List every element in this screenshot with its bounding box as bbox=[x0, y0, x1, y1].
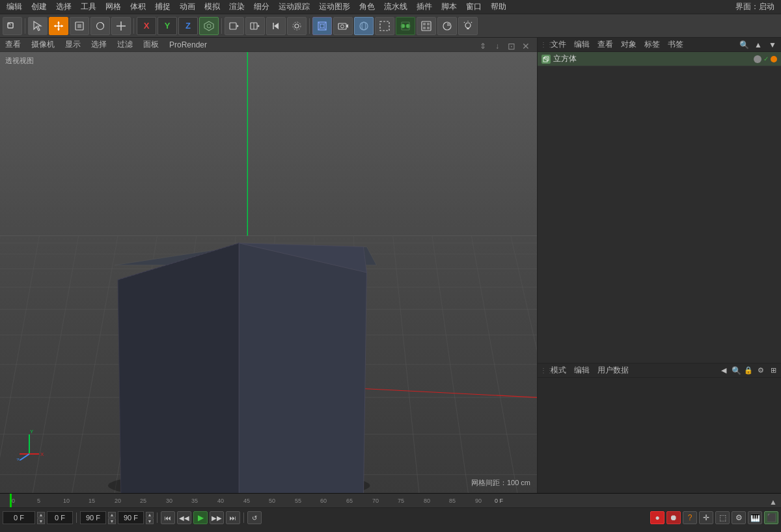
rotate-tool-btn[interactable] bbox=[90, 17, 110, 35]
anim-record-btn[interactable] bbox=[225, 17, 244, 35]
vp-prorender-menu[interactable]: ProRender bbox=[167, 39, 210, 51]
dope-sheet-btn[interactable]: ⬛ bbox=[764, 511, 778, 524]
prop-userdata-tab[interactable]: 用户数据 bbox=[595, 364, 631, 377]
prop-mode-tab[interactable]: 模式 bbox=[548, 364, 569, 377]
scale-tool-btn[interactable] bbox=[70, 17, 89, 35]
viewport-filter-btn[interactable] bbox=[396, 17, 415, 35]
menu-anim[interactable]: 动画 bbox=[176, 0, 199, 14]
select-tool-btn[interactable] bbox=[28, 17, 48, 35]
step-back-btn[interactable]: ◀◀ bbox=[177, 511, 191, 524]
obj-menu-file[interactable]: 文件 bbox=[548, 38, 569, 51]
viewport-shading-btn[interactable] bbox=[417, 17, 436, 35]
vp-panel-menu[interactable]: 面板 bbox=[141, 38, 161, 51]
obj-menu-bookmark[interactable]: 书签 bbox=[665, 38, 686, 51]
start-frame-field[interactable]: 0 F bbox=[47, 511, 73, 524]
x-axis-btn[interactable]: X bbox=[137, 17, 156, 35]
step-forward-btn[interactable]: ▶▶ bbox=[210, 511, 224, 524]
menu-select[interactable]: 选择 bbox=[52, 0, 75, 14]
timeline-ruler[interactable]: 0 5 10 15 20 25 30 35 40 45 50 55 60 65 … bbox=[0, 494, 781, 508]
add-keyframe-btn[interactable]: ✛ bbox=[699, 511, 713, 524]
end-frame-up-btn[interactable]: ▲ bbox=[108, 512, 116, 518]
perspective-view-btn[interactable] bbox=[312, 17, 332, 35]
prop-edit-tab[interactable]: 编辑 bbox=[571, 364, 592, 377]
menu-motion-graphics[interactable]: 运动图形 bbox=[315, 0, 354, 14]
menu-tools[interactable]: 工具 bbox=[77, 0, 100, 14]
menu-motion-tracking[interactable]: 运动跟踪 bbox=[275, 0, 314, 14]
motion-path-btn[interactable]: ? bbox=[683, 511, 697, 524]
loop-btn[interactable]: ↺ bbox=[247, 511, 262, 524]
menu-plugins[interactable]: 插件 bbox=[413, 0, 436, 14]
menu-subdivide[interactable]: 细分 bbox=[250, 0, 273, 14]
go-to-end-btn[interactable]: ⏭ bbox=[226, 511, 240, 524]
piano-roll-btn[interactable]: 🎹 bbox=[748, 511, 762, 524]
prop-expand-icon[interactable]: ⊞ bbox=[768, 366, 778, 376]
menu-character[interactable]: 角色 bbox=[355, 0, 379, 14]
obj-menu-tag[interactable]: 标签 bbox=[642, 38, 663, 51]
obj-menu-view[interactable]: 查看 bbox=[595, 38, 616, 51]
anim-settings-btn[interactable] bbox=[287, 17, 307, 35]
frame-up-btn[interactable]: ▲ bbox=[37, 512, 45, 518]
svg-rect-30 bbox=[338, 23, 346, 29]
obj-search-icon[interactable]: 🔍 bbox=[738, 39, 750, 51]
render-quality-btn[interactable] bbox=[437, 17, 457, 35]
obj-list-item-cube[interactable]: 立方体 ✓ bbox=[538, 52, 781, 66]
prop-arrow-left-icon[interactable]: ◀ bbox=[719, 366, 729, 376]
menu-render[interactable]: 渲染 bbox=[225, 0, 249, 14]
viewport-lock-btn[interactable]: ⊡ bbox=[506, 40, 517, 52]
menu-simulate[interactable]: 模拟 bbox=[200, 0, 224, 14]
vp-camera-menu[interactable]: 摄像机 bbox=[29, 38, 57, 51]
keyframe-record-btn[interactable]: ● bbox=[650, 511, 665, 524]
menu-volume[interactable]: 体积 bbox=[126, 0, 150, 14]
play-btn[interactable]: ▶ bbox=[193, 511, 208, 524]
prop-search-icon[interactable]: 🔍 bbox=[731, 366, 741, 376]
z-axis-btn[interactable]: Z bbox=[178, 17, 198, 35]
undo-btn[interactable] bbox=[3, 17, 22, 35]
material-override-btn[interactable] bbox=[354, 17, 374, 35]
max-frame-up-btn[interactable]: ▲ bbox=[146, 512, 154, 518]
end-frame-down-btn[interactable]: ▼ bbox=[108, 518, 116, 524]
menu-mesh[interactable]: 网格 bbox=[102, 0, 125, 14]
obj-up-icon[interactable]: ▲ bbox=[752, 39, 764, 51]
obj-visibility-editor-dot[interactable] bbox=[754, 55, 761, 63]
camera-view-btn[interactable] bbox=[333, 17, 353, 35]
menu-snap[interactable]: 捕捉 bbox=[151, 0, 174, 14]
render-region-btn[interactable] bbox=[375, 17, 394, 35]
obj-menu-object[interactable]: 对象 bbox=[618, 38, 639, 51]
vp-view-menu[interactable]: 查看 bbox=[3, 38, 23, 51]
menu-script[interactable]: 脚本 bbox=[437, 0, 461, 14]
vp-display-menu[interactable]: 显示 bbox=[62, 38, 83, 51]
anim-prev-key[interactable] bbox=[266, 17, 286, 35]
max-frame-field[interactable]: 90 F bbox=[118, 511, 144, 524]
move-tool-btn[interactable] bbox=[49, 17, 68, 35]
multi-tool-btn[interactable] bbox=[111, 17, 131, 35]
current-frame-field[interactable]: 0 F bbox=[3, 511, 35, 524]
light-btn[interactable] bbox=[458, 17, 478, 35]
viewport-maximize-btn[interactable]: ⇕ bbox=[477, 40, 489, 52]
go-to-start-btn[interactable]: ⏮ bbox=[161, 511, 175, 524]
timeline-options-btn[interactable]: ⚙ bbox=[732, 511, 746, 524]
keyframe-selection-btn[interactable]: ⬚ bbox=[715, 511, 730, 524]
menu-create[interactable]: 创建 bbox=[27, 0, 51, 14]
timeline-expand-icon[interactable]: ▲ bbox=[769, 498, 777, 507]
viewport-layout-btn[interactable]: ↓ bbox=[491, 40, 503, 52]
menu-pipeline[interactable]: 流水线 bbox=[380, 0, 411, 14]
max-frame-down-btn[interactable]: ▼ bbox=[146, 518, 154, 524]
obj-menu-edit[interactable]: 编辑 bbox=[571, 38, 592, 51]
menu-help[interactable]: 帮助 bbox=[487, 0, 510, 14]
frame-down-btn[interactable]: ▼ bbox=[37, 518, 45, 524]
y-axis-btn[interactable]: Y bbox=[158, 17, 177, 35]
anim-key-btn[interactable] bbox=[245, 17, 265, 35]
menu-window[interactable]: 窗口 bbox=[462, 0, 486, 14]
end-frame-field[interactable]: 90 F bbox=[80, 511, 106, 524]
coord-space-btn[interactable] bbox=[199, 17, 219, 35]
prop-lock-icon[interactable]: 🔒 bbox=[743, 366, 754, 376]
menu-edit[interactable]: 编辑 bbox=[3, 0, 26, 14]
vp-filter-menu[interactable]: 过滤 bbox=[115, 38, 135, 51]
vp-select-menu[interactable]: 选择 bbox=[89, 38, 109, 51]
prop-settings-icon[interactable]: ⚙ bbox=[756, 366, 766, 376]
viewport-close-btn[interactable]: ✕ bbox=[520, 40, 532, 52]
viewport-canvas[interactable]: 透视视图 bbox=[0, 52, 537, 493]
auto-keyframe-btn[interactable]: ⏺ bbox=[666, 511, 681, 524]
obj-orange-dot[interactable] bbox=[771, 56, 777, 62]
obj-down-icon[interactable]: ▼ bbox=[767, 39, 778, 51]
